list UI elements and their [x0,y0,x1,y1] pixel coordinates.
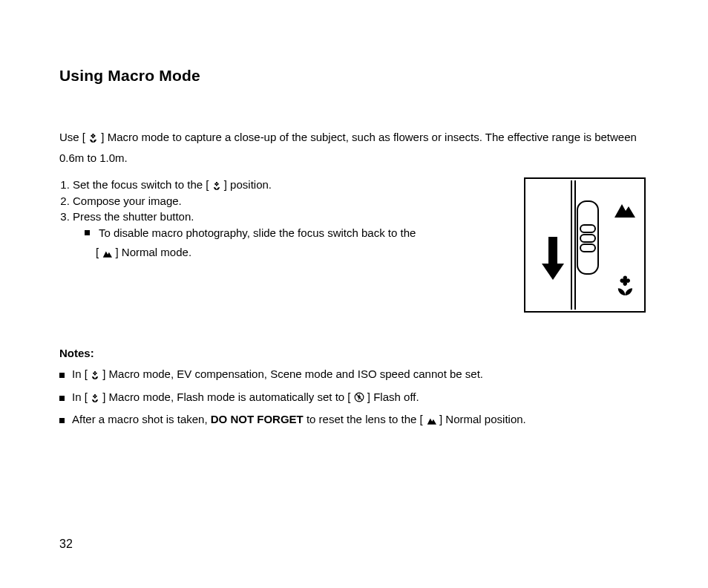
flash-off-icon [354,389,364,408]
notes-section: Notes: In [ ] Macro mode, EV compensatio… [59,344,649,431]
notes-list: In [ ] Macro mode, EV compensation, Scen… [59,365,649,431]
notes-label: Notes: [59,344,649,363]
step-1: Set the focus switch to the [ ] position… [73,177,506,194]
svg-rect-3 [580,225,595,232]
intro-text-b: ] Macro mode to capture a close-up of th… [59,131,637,164]
macro-flower-icon [88,129,98,148]
note-1: In [ ] Macro mode, EV compensation, Scen… [59,365,649,385]
macro-flower-icon [91,366,99,385]
intro-text-a: Use [ [59,131,85,143]
intro-paragraph: Use [ ] Macro mode to capture a close-up… [59,128,649,167]
note3-c: to reset the lens to the [ [304,413,423,425]
step1-text-b: ] position. [224,178,272,191]
note2-a: In [ [72,391,88,403]
step3-sub-b: [ [96,246,99,258]
note2-b: ] Macro mode, Flash mode is automaticall… [102,391,350,403]
macro-flower-icon [91,389,99,408]
note3-a: After a macro shot is taken, [72,413,211,425]
focus-switch-diagram [524,177,646,313]
note3-b: DO NOT FORGET [211,413,304,425]
svg-rect-4 [580,235,595,242]
note3-d: ] Normal position. [439,413,526,425]
svg-rect-5 [580,244,595,252]
step3-sub-a: To disable macro photography, slide the … [99,226,416,239]
step3-text: Press the shutter button. [73,210,194,223]
step3-sub-line2: [ ] Normal mode. [73,245,506,261]
step3-sub-item: To disable macro photography, slide the … [85,226,506,241]
note-2: In [ ] Macro mode, Flash mode is automat… [59,388,649,408]
step-2: Compose your image. [73,194,506,209]
svg-rect-6 [548,237,557,265]
macro-flower-icon [212,179,221,194]
mountain-icon [102,246,112,261]
note1-b: ] Macro mode, EV compensation, Scene mod… [102,368,483,380]
step3-sub-c: ] Normal mode. [116,246,192,258]
page-title: Using Macro Mode [59,67,649,85]
step3-sublist: To disable macro photography, slide the … [73,226,506,241]
mountain-icon [426,411,436,431]
step1-text-a: Set the focus switch to the [ [73,178,209,191]
note1-a: In [ [72,368,88,380]
note-3: After a macro shot is taken, DO NOT FORG… [59,410,649,431]
page: Using Macro Mode Use [ ] Macro mode to c… [0,0,708,588]
steps-list: Set the focus switch to the [ ] position… [59,177,506,261]
note2-c: ] Flash off. [367,391,419,403]
content-row: Set the focus switch to the [ ] position… [59,177,649,313]
step-3: Press the shutter button. To disable mac… [73,209,506,262]
steps-block: Set the focus switch to the [ ] position… [59,177,506,261]
svg-marker-7 [542,264,564,280]
page-number: 32 [59,538,73,551]
